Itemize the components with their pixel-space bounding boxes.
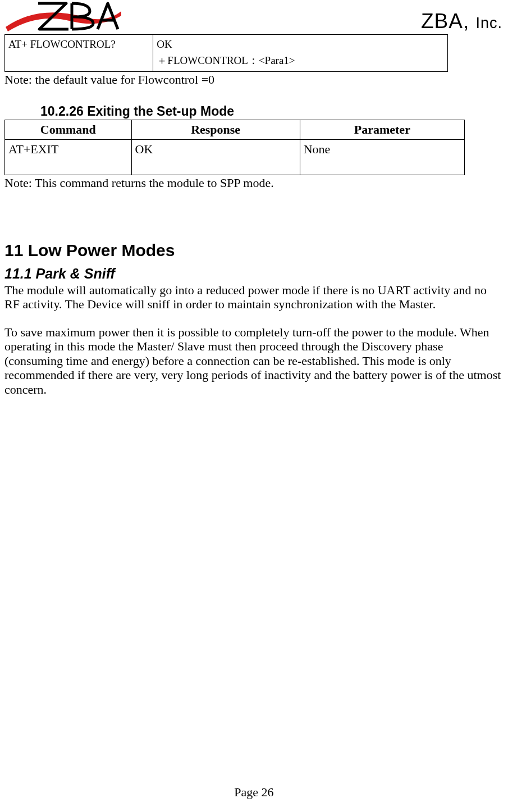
company-name: ZBA, Inc. [421,11,504,35]
flowcontrol-cmd-cell: AT+ FLOWCONTROL? [5,35,153,72]
flowcontrol-table: AT+ FLOWCONTROL? OK ＋FLOWCONTROL：<Para1> [4,34,448,72]
zba-logo [4,0,125,35]
para-11-1-a: The module will automatically go into a … [4,283,504,312]
exit-table: Command Response Parameter AT+EXIT OK No… [4,120,465,175]
resp-line-1: OK [157,36,444,52]
para-11-1-b: To save maximum power then it is possibl… [4,325,504,397]
td-parameter: None [300,139,464,175]
heading-10-2-26: 10.2.26 Exiting the Set-up Mode [40,104,504,119]
company-sub: Inc. [475,15,502,31]
th-command: Command [5,120,132,139]
th-response: Response [131,120,300,139]
note-flowcontrol: Note: the default value for Flowcontrol … [4,72,504,87]
note-exit: Note: This command returns the module to… [4,176,504,190]
resp-line-2: ＋FLOWCONTROL：<Para1> [157,52,444,69]
page-footer: Page 26 [0,785,508,800]
td-response: OK [131,139,300,175]
td-command: AT+EXIT [5,139,132,175]
th-parameter: Parameter [300,120,464,139]
heading-11-1: 11.1 Park & Sniff [4,266,504,282]
heading-11: 11 Low Power Modes [4,241,504,260]
company-main: ZBA, [421,10,476,33]
flowcontrol-resp-cell: OK ＋FLOWCONTROL：<Para1> [153,35,448,72]
page-header: ZBA, Inc. [4,0,504,35]
